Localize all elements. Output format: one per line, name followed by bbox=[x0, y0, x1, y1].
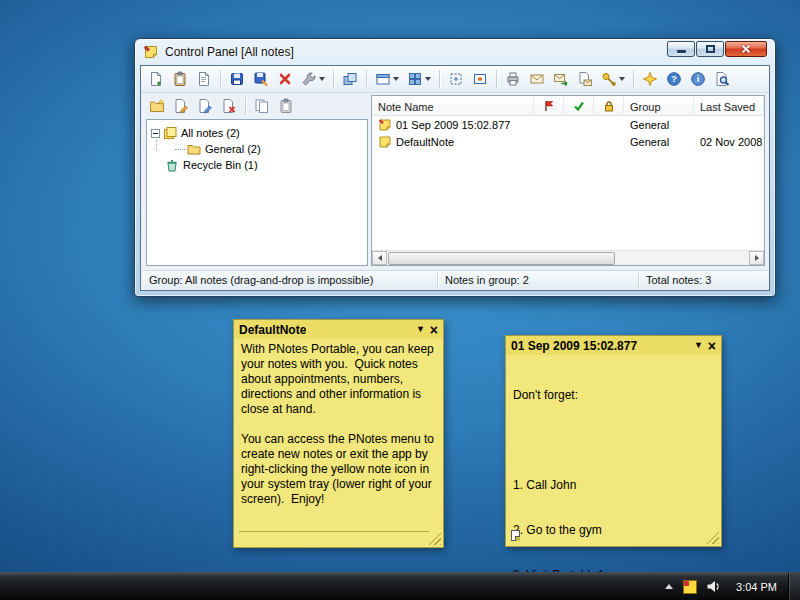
toolbar-separator bbox=[496, 70, 497, 88]
save-note-icon[interactable] bbox=[226, 68, 248, 90]
note-line: 1. Call John bbox=[513, 478, 714, 493]
app-note-icon bbox=[143, 44, 159, 60]
send-note-icon[interactable] bbox=[550, 68, 572, 90]
preferences-icon[interactable] bbox=[298, 68, 328, 90]
blank-line bbox=[513, 433, 714, 448]
recycle-bin-icon bbox=[165, 158, 179, 172]
note-from-clipboard-icon[interactable] bbox=[169, 68, 191, 90]
changed-note-icon bbox=[378, 118, 392, 132]
about-icon[interactable]: i bbox=[687, 68, 709, 90]
paste-note-icon[interactable] bbox=[275, 95, 297, 117]
caret-down-icon bbox=[319, 77, 325, 81]
note-menu-icon[interactable]: ▼ bbox=[694, 341, 703, 350]
scroll-right-button[interactable] bbox=[749, 251, 764, 265]
main-toolbar: ? i bbox=[141, 66, 769, 93]
note-group: General bbox=[630, 119, 669, 131]
note-menu-icon[interactable]: ▼ bbox=[416, 325, 425, 334]
column-note-name[interactable]: Note Name bbox=[372, 96, 534, 115]
sticky-note-reminder: 01 Sep 2009 15:02.877 ▼ × Don't forget: … bbox=[505, 335, 722, 547]
adjust-size-icon[interactable] bbox=[445, 68, 467, 90]
delete-note-icon[interactable] bbox=[274, 68, 296, 90]
window-middle: All notes (2) General (2) Recycle Bin (1… bbox=[142, 93, 768, 269]
column-group[interactable]: Group bbox=[624, 96, 694, 115]
help-icon[interactable]: ? bbox=[663, 68, 685, 90]
show-desktop-button[interactable] bbox=[788, 573, 800, 600]
favorites-icon[interactable] bbox=[639, 68, 661, 90]
svg-text:i: i bbox=[697, 74, 700, 84]
groups-tree: All notes (2) General (2) Recycle Bin (1… bbox=[146, 119, 368, 266]
status-group: Group: All notes (drag-and-drop is impos… bbox=[142, 274, 437, 286]
minimize-icon bbox=[677, 50, 686, 53]
tree-item-recycle-bin[interactable]: Recycle Bin (1) bbox=[151, 157, 365, 173]
arrow-right-icon bbox=[755, 255, 759, 261]
close-button[interactable] bbox=[725, 41, 767, 57]
arrange-icon[interactable] bbox=[404, 68, 434, 90]
note-name: 01 Sep 2009 15:02.877 bbox=[396, 119, 510, 131]
add-group-icon[interactable] bbox=[146, 95, 168, 117]
duplicate-note-icon[interactable] bbox=[339, 68, 361, 90]
volume-icon[interactable] bbox=[706, 579, 721, 594]
note-titlebar[interactable]: DefaultNote ▼ × bbox=[234, 320, 443, 339]
note-close-icon[interactable]: × bbox=[708, 339, 716, 353]
toolbar-separator bbox=[220, 70, 221, 88]
tree-item-general[interactable]: General (2) bbox=[151, 141, 365, 157]
password-icon[interactable] bbox=[598, 68, 628, 90]
desktop: Control Panel [All notes] bbox=[0, 0, 800, 600]
note-titlebar[interactable]: 01 Sep 2009 15:02.877 ▼ × bbox=[506, 336, 721, 355]
edit-note-icon[interactable] bbox=[170, 95, 192, 117]
list-row-note2[interactable]: DefaultNote General 02 Nov 2008 21: bbox=[372, 133, 764, 150]
list-header: Note Name Group Last Saved bbox=[372, 96, 764, 116]
list-row-note1[interactable]: 01 Sep 2009 15:02.877 General bbox=[372, 116, 764, 133]
maximize-button[interactable] bbox=[696, 41, 724, 57]
caption-buttons bbox=[666, 41, 767, 57]
minimize-button[interactable] bbox=[667, 41, 695, 57]
scroll-left-button[interactable] bbox=[372, 251, 387, 265]
scrollbar-thumb[interactable] bbox=[388, 252, 615, 265]
preview-icon[interactable] bbox=[711, 68, 733, 90]
tree-collapse-icon[interactable] bbox=[151, 129, 160, 138]
toolbar-separator bbox=[333, 70, 334, 88]
note-status-icon bbox=[511, 530, 520, 541]
export-notes-icon[interactable] bbox=[574, 68, 596, 90]
groups-toolbar bbox=[142, 93, 371, 119]
column-priority[interactable] bbox=[534, 96, 564, 115]
rename-note-icon[interactable] bbox=[194, 95, 216, 117]
note-line: Don't forget: bbox=[513, 388, 714, 403]
all-notes-icon bbox=[163, 126, 177, 140]
column-complete[interactable] bbox=[564, 96, 594, 115]
horizontal-scrollbar[interactable] bbox=[372, 250, 764, 265]
caret-down-icon bbox=[619, 77, 625, 81]
tray-expand-button[interactable] bbox=[660, 584, 678, 589]
taskbar-clock[interactable]: 3:04 PM bbox=[725, 581, 788, 593]
note-body-text[interactable]: With PNotes Portable, you can keep your … bbox=[234, 339, 443, 510]
system-tray: 3:04 PM bbox=[660, 573, 800, 600]
copy-note-icon[interactable] bbox=[251, 95, 273, 117]
note-close-icon[interactable]: × bbox=[430, 323, 438, 337]
lock-icon bbox=[603, 100, 615, 112]
pnotes-tray-icon[interactable] bbox=[683, 580, 697, 594]
load-note-icon[interactable] bbox=[193, 68, 215, 90]
tree-item-all-notes[interactable]: All notes (2) bbox=[151, 125, 365, 141]
remove-note-icon[interactable] bbox=[218, 95, 240, 117]
send-email-icon[interactable] bbox=[526, 68, 548, 90]
sticky-note-default: DefaultNote ▼ × With PNotes Portable, yo… bbox=[233, 319, 444, 548]
window-titlebar[interactable]: Control Panel [All notes] bbox=[135, 39, 775, 65]
status-total-notes: Total notes: 3 bbox=[639, 274, 768, 286]
note-name: DefaultNote bbox=[396, 136, 454, 148]
note-icon bbox=[378, 135, 392, 149]
visibility-icon[interactable] bbox=[372, 68, 402, 90]
centralize-icon[interactable] bbox=[469, 68, 491, 90]
note-last-saved: 02 Nov 2008 21: bbox=[700, 136, 764, 148]
column-last-saved[interactable]: Last Saved bbox=[694, 96, 764, 115]
save-as-icon[interactable] bbox=[250, 68, 272, 90]
new-note-icon[interactable] bbox=[145, 68, 167, 90]
note-group: General bbox=[630, 136, 669, 148]
folder-icon bbox=[187, 142, 201, 156]
column-protection[interactable] bbox=[594, 96, 624, 115]
resize-grip-icon[interactable] bbox=[428, 532, 441, 545]
note-body-text[interactable]: Don't forget: 1. Call John 2. Go to the … bbox=[506, 355, 721, 600]
tree-label: All notes (2) bbox=[181, 127, 240, 139]
tree-label: General (2) bbox=[205, 143, 261, 155]
print-icon[interactable] bbox=[502, 68, 524, 90]
svg-text:?: ? bbox=[671, 74, 677, 84]
